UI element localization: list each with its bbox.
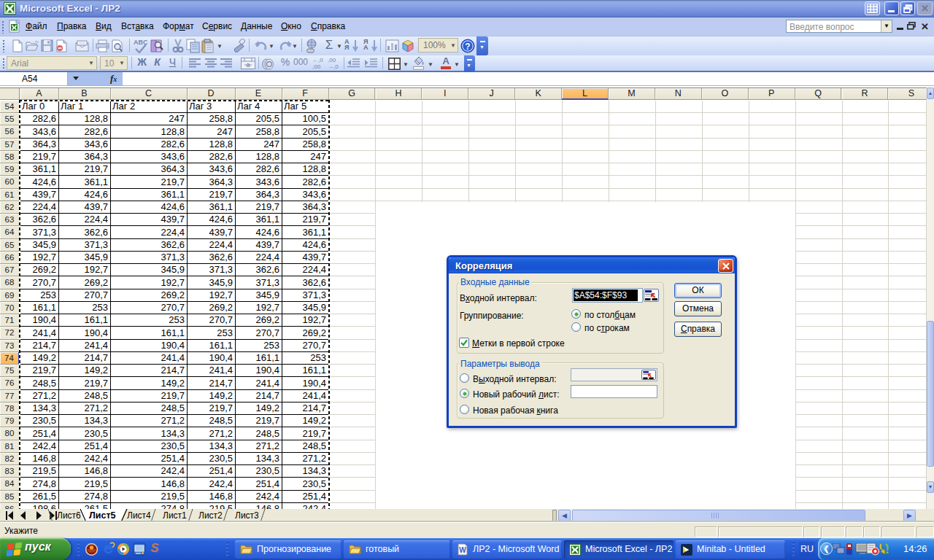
svg-text:a: a — [246, 61, 250, 69]
svg-text:S: S — [150, 541, 159, 555]
svg-text:W: W — [459, 546, 466, 554]
svg-text:?: ? — [465, 42, 470, 52]
